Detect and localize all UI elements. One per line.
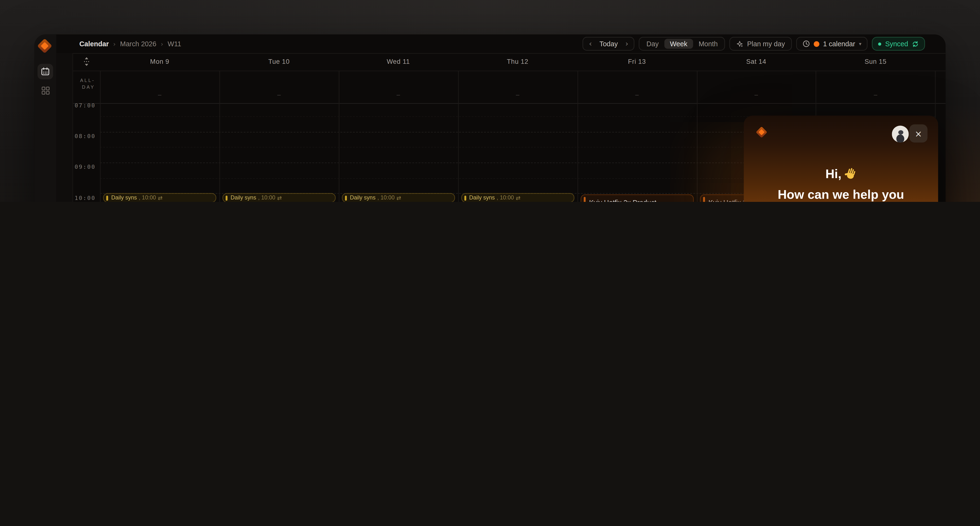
event-color-bar xyxy=(106,195,108,200)
desktop-backdrop: Calendar › March 2026 › W11 ‹ Today › Da… xyxy=(0,0,980,202)
view-week-tab[interactable]: Week xyxy=(664,39,693,49)
all-day-empty: – xyxy=(129,91,191,98)
next-week-button[interactable]: › xyxy=(625,39,628,48)
event-daily-syns[interactable]: Daily syns, 10:00 ⇄ xyxy=(103,193,216,202)
widget-headline: How can we help you today? xyxy=(762,186,920,202)
breadcrumb-week[interactable]: W11 xyxy=(167,40,181,48)
all-day-empty: – xyxy=(606,91,668,98)
app-logo xyxy=(37,38,52,54)
view-day-tab[interactable]: Day xyxy=(641,39,664,49)
close-widget-button[interactable]: × xyxy=(909,124,928,143)
event-daily-syns[interactable]: Daily syns, 10:00 ⇄ xyxy=(342,193,455,202)
grid-icon xyxy=(41,86,49,94)
breadcrumb: Calendar › March 2026 › W11 xyxy=(80,34,181,53)
day-header-thu[interactable]: Thu 12 xyxy=(487,57,549,65)
event-color-bar xyxy=(226,195,228,200)
breadcrumb-separator: › xyxy=(113,40,116,47)
sparkles-icon xyxy=(737,40,743,47)
view-month-tab[interactable]: Month xyxy=(693,39,724,49)
day-header-wed[interactable]: Wed 11 xyxy=(367,57,430,65)
plan-my-day-button[interactable]: Plan my day xyxy=(730,37,792,51)
calendar-select[interactable]: 1 calendar ▾ xyxy=(796,37,867,51)
clock-icon xyxy=(802,40,810,48)
grid-line xyxy=(339,71,339,202)
breadcrumb-month[interactable]: March 2026 xyxy=(120,40,156,48)
time-label: 09:00 xyxy=(71,164,95,170)
tasks-rail[interactable]: Tasks xyxy=(56,53,73,202)
grid-line xyxy=(100,71,101,202)
wave-emoji xyxy=(844,167,858,181)
today-nav: ‹ Today › xyxy=(583,37,635,51)
prev-week-button[interactable]: ‹ xyxy=(589,39,592,48)
support-agent-avatar xyxy=(892,126,908,142)
grid-line xyxy=(577,71,578,202)
event-color-bar xyxy=(464,195,466,200)
repeat-icon: ⇄ xyxy=(277,195,282,201)
grid-line xyxy=(697,71,697,202)
day-header-mon[interactable]: Mon 9 xyxy=(129,57,191,65)
day-header-sun[interactable]: Sun 15 xyxy=(844,57,907,65)
all-day-label: ALL-DAY xyxy=(74,77,95,91)
event-daily-syns[interactable]: Daily syns, 10:00 ⇄ xyxy=(223,193,336,202)
synced-badge[interactable]: Synced xyxy=(872,37,925,51)
day-header-tue[interactable]: Tue 10 xyxy=(248,57,310,65)
day-header-sat[interactable]: Sat 14 xyxy=(725,57,788,65)
breadcrumb-calendar[interactable]: Calendar xyxy=(80,40,109,48)
sync-icon xyxy=(912,40,919,47)
sidebar-apps-button[interactable] xyxy=(37,83,53,98)
calendar-color-dot xyxy=(814,41,819,46)
chevron-down-icon: ▾ xyxy=(859,41,861,46)
topbar-controls: ‹ Today › Day Week Month Plan my day xyxy=(583,37,925,51)
all-day-empty: – xyxy=(487,91,549,98)
event-color-bar xyxy=(584,197,585,202)
time-label: 08:00 xyxy=(71,133,95,140)
breadcrumb-separator: › xyxy=(161,40,163,47)
all-day-empty: – xyxy=(844,91,907,98)
widget-logo xyxy=(756,126,767,138)
grid-line xyxy=(220,71,220,202)
grid-line xyxy=(458,71,458,202)
event-kyiv-hotfix-fri[interactable]: Kyiv Hotfix 2x Product Conference by Ast… xyxy=(581,194,694,202)
all-day-empty: – xyxy=(248,91,310,98)
day-header-row: Mon 9 Tue 10 Wed 11 Thu 12 Fri 13 Sat 14… xyxy=(56,53,946,71)
event-color-bar xyxy=(703,197,705,202)
synced-dot xyxy=(878,42,881,45)
help-widget: × Hi, How can we help you today? Ask us … xyxy=(744,116,938,202)
repeat-icon: ⇄ xyxy=(158,195,162,201)
event-color-bar xyxy=(345,195,347,200)
sidebar xyxy=(34,34,56,202)
time-label: 10:00 xyxy=(71,195,95,201)
widget-greeting: Hi, xyxy=(744,167,938,181)
all-day-empty: – xyxy=(725,91,788,98)
day-header-fri[interactable]: Fri 13 xyxy=(606,57,668,65)
sidebar-calendar-button[interactable] xyxy=(37,64,53,79)
expand-rows-icon[interactable] xyxy=(83,57,90,66)
view-switcher: Day Week Month xyxy=(639,37,725,51)
topbar: Calendar › March 2026 › W11 ‹ Today › Da… xyxy=(56,34,946,54)
calendar-icon xyxy=(40,67,50,76)
today-button[interactable]: Today xyxy=(600,40,618,48)
repeat-icon: ⇄ xyxy=(515,195,520,201)
repeat-icon: ⇄ xyxy=(396,195,401,201)
event-daily-syns[interactable]: Daily syns, 10:00 ⇄ xyxy=(461,193,574,202)
all-day-empty: – xyxy=(367,91,430,98)
time-label: 07:00 xyxy=(71,103,95,109)
all-day-row: ▾ ALL-DAY – – – – – – – xyxy=(56,71,946,104)
